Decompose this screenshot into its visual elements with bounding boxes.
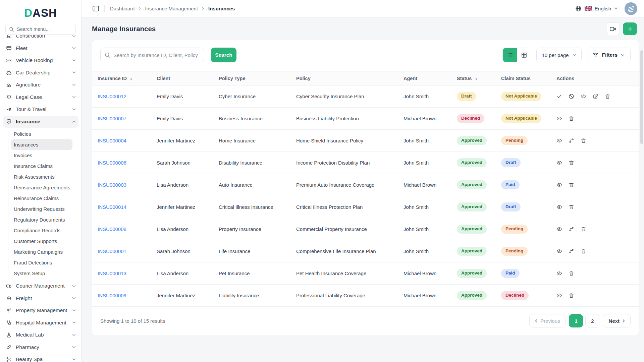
next-page-button[interactable]: Next xyxy=(603,314,631,327)
sidebar-subitem-invoices[interactable]: Invoices xyxy=(11,150,72,161)
table-row: INSU000012Emily DavisCyber InsuranceCybe… xyxy=(92,85,639,108)
workflow-action-button[interactable] xyxy=(569,226,574,232)
sidebar-item-property-management[interactable]: Property Management xyxy=(3,304,78,317)
table-toolbar: Search xyxy=(92,40,639,62)
user-avatar[interactable] xyxy=(625,2,637,15)
list-view-button[interactable] xyxy=(503,48,517,62)
delete-action-button[interactable] xyxy=(569,116,574,121)
sidebar-search-input[interactable] xyxy=(17,26,72,32)
decline-action-button[interactable] xyxy=(569,94,574,99)
column-header-insurance-id[interactable]: Insurance ID↑↓ xyxy=(92,71,151,85)
workflow-action-button[interactable] xyxy=(569,248,574,254)
video-tutorial-button[interactable] xyxy=(606,22,620,35)
add-insurance-button[interactable] xyxy=(623,22,637,35)
uk-flag-icon xyxy=(585,6,592,11)
sidebar-item-agriculture[interactable]: Agriculture xyxy=(3,79,78,91)
cell-client: Jennifer Martinez xyxy=(151,196,213,218)
sidebar-item-insurance[interactable]: Insurance xyxy=(3,116,78,128)
insurance-id-link[interactable]: INSU000001 xyxy=(98,248,126,254)
insurance-id-link[interactable]: INSU000012 xyxy=(98,94,126,99)
sidebar-item-fleet[interactable]: Fleet xyxy=(3,42,78,55)
sidebar-item-beauty-spa[interactable]: Beauty Spa xyxy=(3,353,78,362)
view-action-button[interactable] xyxy=(581,94,586,99)
brand-logo[interactable]: DASH xyxy=(0,0,81,18)
view-action-button[interactable] xyxy=(556,226,562,232)
insurance-id-link[interactable]: INSU000014 xyxy=(98,204,126,210)
sidebar-item-courier-management[interactable]: Courier Management xyxy=(3,280,78,292)
sidebar-toggle-button[interactable] xyxy=(93,6,99,11)
previous-page-button[interactable]: Previous xyxy=(529,314,566,327)
sidebar-item-vehicle-booking[interactable]: Vehicle Booking xyxy=(3,54,78,67)
delete-action-button[interactable] xyxy=(569,182,574,188)
sidebar-subitem-fraud-detections[interactable]: Fraud Detections xyxy=(11,257,72,268)
view-action-button[interactable] xyxy=(556,138,562,143)
language-selector[interactable]: English xyxy=(575,5,618,12)
delete-action-button[interactable] xyxy=(569,270,574,276)
view-action-button[interactable] xyxy=(556,204,562,210)
view-action-button[interactable] xyxy=(556,160,562,166)
sidebar-subitem-reinsurance-agreements[interactable]: Reinsurance Agreements xyxy=(11,182,72,193)
insurance-id-link[interactable]: INSU000009 xyxy=(98,293,126,298)
delete-action-button[interactable] xyxy=(569,204,574,210)
sidebar-item-pharmacy[interactable]: Pharmacy xyxy=(3,341,78,354)
insurance-id-link[interactable]: INSU000008 xyxy=(98,226,126,232)
delete-action-button[interactable] xyxy=(581,226,586,232)
sidebar-item-freight[interactable]: Freight xyxy=(3,292,78,305)
per-page-select[interactable]: 10 per page xyxy=(536,48,582,62)
cell-client: Jennifer Martinez xyxy=(151,130,213,152)
workflow-action-button[interactable] xyxy=(569,138,574,143)
grid-view-button[interactable] xyxy=(517,48,531,62)
edit-action-button[interactable] xyxy=(593,94,598,99)
sidebar-subitem-insurance-claims[interactable]: Insurance Claims xyxy=(11,161,72,171)
sidebar-subitem-system-setup[interactable]: System Setup xyxy=(11,268,72,279)
view-action-button[interactable] xyxy=(556,270,562,276)
delete-action-button[interactable] xyxy=(581,248,586,254)
sidebar-item-tour-travel[interactable]: Tour & Travel xyxy=(3,103,78,116)
view-action-button[interactable] xyxy=(556,116,562,121)
sidebar-subitem-customer-supports[interactable]: Customer Supports xyxy=(11,236,72,246)
insurance-id-link[interactable]: INSU000013 xyxy=(98,270,126,276)
table-search-box[interactable] xyxy=(100,48,204,62)
sidebar-search[interactable] xyxy=(5,24,76,35)
view-action-button[interactable] xyxy=(556,293,562,298)
sidebar-item-car-dealership[interactable]: Car Dealership xyxy=(3,67,78,79)
sidebar-item-legal-case[interactable]: Legal Case xyxy=(3,91,78,104)
sort-icon[interactable]: ↑↓ xyxy=(474,76,477,81)
filters-button[interactable]: Filters xyxy=(587,48,631,62)
insurance-id-link[interactable]: INSU000004 xyxy=(98,138,126,143)
cell-status: Approved xyxy=(451,174,496,196)
sort-icon[interactable]: ↑↓ xyxy=(129,76,132,81)
sidebar-subitem-policies[interactable]: Policies xyxy=(11,128,72,139)
column-header-status[interactable]: Status↑↓ xyxy=(451,71,496,85)
table-row: INSU000004Jennifer MartinezHome Insuranc… xyxy=(92,130,639,152)
sidebar-subitem-regulatory-documents[interactable]: Regulatory Documents xyxy=(11,214,72,225)
table-search-input[interactable] xyxy=(113,52,200,58)
sidebar-subitem-risk-assessments[interactable]: Risk Assessments xyxy=(11,171,72,182)
search-button[interactable]: Search xyxy=(211,48,236,62)
delete-action-button[interactable] xyxy=(605,94,610,99)
sidebar-subitem-reinsurance-claims[interactable]: Reinsurance Claims xyxy=(11,193,72,203)
delete-action-button[interactable] xyxy=(569,293,574,298)
breadcrumb-insurance-management[interactable]: Insurance Management xyxy=(145,6,198,11)
sidebar-item-label: Freight xyxy=(16,295,32,301)
page-button-2[interactable]: 2 xyxy=(585,314,599,327)
car-icon xyxy=(6,70,12,75)
sidebar-item-medical-lab[interactable]: Medical Lab xyxy=(3,329,78,341)
view-action-button[interactable] xyxy=(556,182,562,188)
cell-policy: Income Protection Disability Plan xyxy=(291,152,398,174)
sidebar-subitem-insurances[interactable]: Insurances xyxy=(11,139,72,150)
sidebar-item-hospital-management[interactable]: Hospital Management xyxy=(3,317,78,329)
delete-action-button[interactable] xyxy=(581,138,586,143)
insurance-id-link[interactable]: INSU000003 xyxy=(98,182,126,188)
approve-action-button[interactable] xyxy=(556,94,562,99)
insurance-id-link[interactable]: INSU000007 xyxy=(98,116,126,121)
scrollbar-thumb[interactable] xyxy=(640,50,643,144)
page-button-1[interactable]: 1 xyxy=(569,314,583,327)
sidebar-subitem-underwriting-requests[interactable]: Underwriting Requests xyxy=(11,203,72,214)
insurance-id-link[interactable]: INSU000006 xyxy=(98,160,126,166)
sidebar-subitem-marketing-campaigns[interactable]: Marketing Campaigns xyxy=(11,246,72,257)
sidebar-subitem-compliance-records[interactable]: Compliance Records xyxy=(11,225,72,236)
breadcrumb-dashboard[interactable]: Dashboard xyxy=(110,6,135,11)
view-action-button[interactable] xyxy=(556,248,562,254)
delete-action-button[interactable] xyxy=(569,160,574,166)
